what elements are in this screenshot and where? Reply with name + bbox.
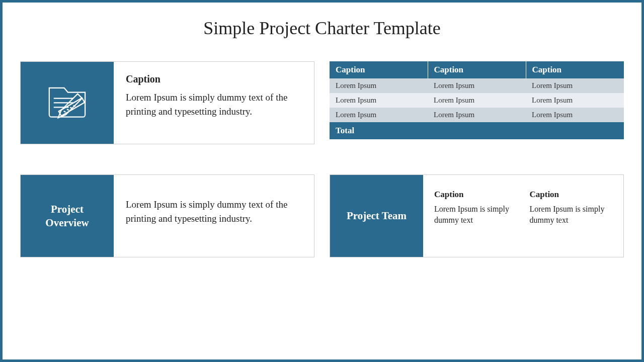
table-cell: Lorem Ipsum [526,108,624,122]
team-label: Project Team [330,175,423,257]
table-total-row: Total [330,122,624,139]
data-table: Caption Caption Caption Lorem Ipsum Lore… [330,61,624,139]
table-header-cell: Caption [526,61,624,78]
svg-line-5 [67,109,69,111]
team-col-2-text: Lorem Ipsum is simply dummy text [530,204,613,225]
team-col-1-caption: Caption [434,189,517,201]
icon-card: Caption Lorem Ipsum is simply dummy text… [20,61,314,144]
table-total-label: Total [330,122,624,139]
table-cell: Lorem Ipsum [330,108,428,122]
content-grid: Caption Lorem Ipsum is simply dummy text… [20,61,624,257]
page-title: Simple Project Charter Template [20,18,624,39]
icon-card-text: Lorem Ipsum is simply dummy text of the … [126,90,302,118]
table-cell: Lorem Ipsum [428,93,526,108]
icon-card-body: Caption Lorem Ipsum is simply dummy text… [114,62,314,144]
team-card: Project Team Caption Lorem Ipsum is simp… [330,174,624,257]
folder-ruler-pencil-icon [43,77,91,128]
table-cell: Lorem Ipsum [428,78,526,93]
table-cell: Lorem Ipsum [526,93,624,108]
icon-card-caption: Caption [126,72,302,86]
table-header-cell: Caption [428,61,526,78]
table-cell: Lorem Ipsum [526,78,624,93]
table-cell: Lorem Ipsum [330,93,428,108]
svg-line-4 [64,111,66,113]
table-row: Lorem Ipsum Lorem Ipsum Lorem Ipsum [330,78,624,93]
overview-label: Project Overview [21,175,114,257]
table-cell: Lorem Ipsum [330,78,428,93]
overview-text: Lorem Ipsum is simply dummy text of the … [126,198,302,225]
team-col-1: Caption Lorem Ipsum is simply dummy text [434,189,517,257]
overview-card: Project Overview Lorem Ipsum is simply d… [20,174,314,257]
icon-card-icon-block [21,62,114,144]
team-col-2-caption: Caption [530,189,613,201]
table-row: Lorem Ipsum Lorem Ipsum Lorem Ipsum [330,93,624,108]
team-col-1-text: Lorem Ipsum is simply dummy text [434,204,517,225]
data-table-container: Caption Caption Caption Lorem Ipsum Lore… [330,61,624,144]
team-col-2: Caption Lorem Ipsum is simply dummy text [530,189,613,257]
table-row: Lorem Ipsum Lorem Ipsum Lorem Ipsum [330,108,624,122]
table-header-row: Caption Caption Caption [330,61,624,78]
overview-body: Lorem Ipsum is simply dummy text of the … [114,175,314,257]
table-header-cell: Caption [330,61,428,78]
table-cell: Lorem Ipsum [428,108,526,122]
team-body: Caption Lorem Ipsum is simply dummy text… [423,175,623,257]
